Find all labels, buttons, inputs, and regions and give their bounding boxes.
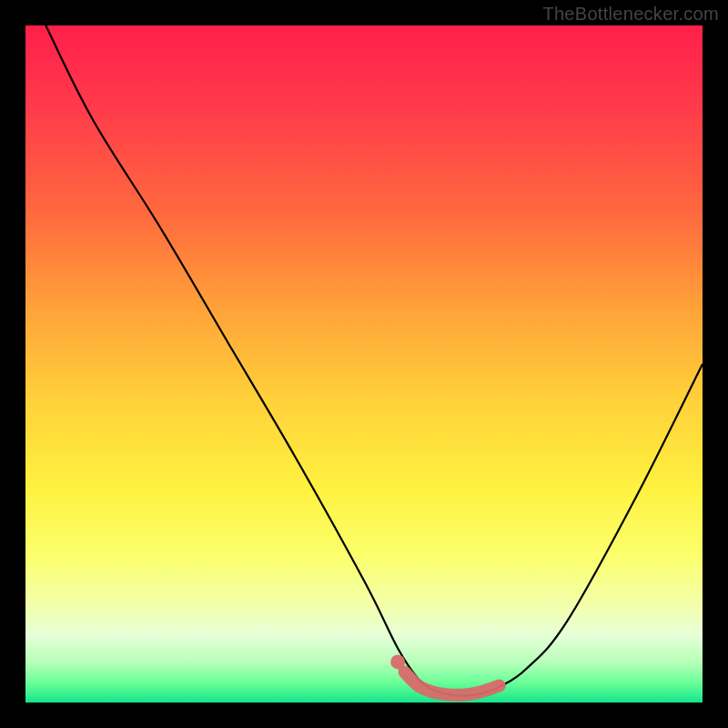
optimal-range-dot <box>390 654 405 669</box>
watermark-text: TheBottlenecker.com <box>542 4 719 25</box>
bottleneck-curve <box>46 25 703 696</box>
plot-area <box>25 25 703 703</box>
chart-svg <box>25 25 703 703</box>
chart-stage: TheBottlenecker.com <box>0 0 728 728</box>
optimal-range-marker <box>405 672 500 695</box>
